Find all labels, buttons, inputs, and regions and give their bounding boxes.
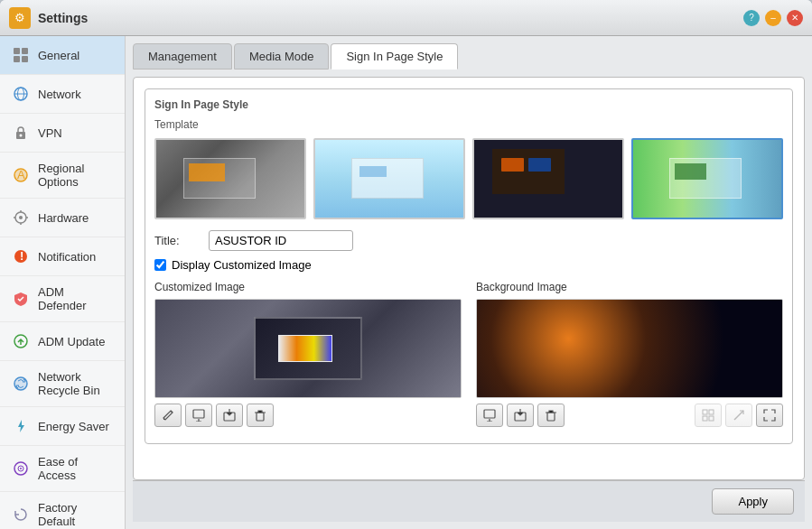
- background-image-preview: [476, 299, 783, 398]
- svg-rect-2: [14, 56, 20, 62]
- hardware-icon: [11, 208, 31, 227]
- svg-rect-38: [703, 416, 707, 421]
- settings-window: ⚙ Settings ? – ✕ General Network: [0, 0, 812, 529]
- tab-sign-in-page-style[interactable]: Sign In Page Style: [331, 43, 458, 70]
- tab-management[interactable]: Management: [133, 43, 232, 70]
- sign-in-page-style-box: Sign In Page Style Template: [145, 88, 793, 444]
- display-customized-label: Display Customized Image: [172, 258, 312, 272]
- bg-export-button[interactable]: [476, 404, 503, 427]
- export-button[interactable]: [185, 404, 212, 427]
- regional-icon: A: [11, 165, 31, 185]
- bg-fit-button[interactable]: [756, 404, 783, 427]
- sidebar-label-hardware: Hardware: [38, 211, 89, 225]
- svg-rect-3: [22, 56, 28, 62]
- sidebar-label-notification: Notification: [38, 250, 96, 264]
- svg-rect-30: [193, 410, 204, 418]
- sidebar-item-hardware[interactable]: Hardware: [0, 199, 125, 237]
- template-thumb-1[interactable]: [154, 138, 306, 219]
- svg-rect-33: [484, 410, 495, 418]
- sidebar-label-regional: Regional Options: [38, 162, 114, 189]
- adm-update-icon: [11, 331, 31, 351]
- customized-image-label: Customized Image: [154, 281, 462, 293]
- title-input[interactable]: [209, 230, 353, 251]
- apply-button[interactable]: Apply: [712, 488, 794, 515]
- general-icon: [11, 45, 31, 65]
- customized-image-toolbar: [154, 404, 462, 427]
- background-image-toolbar: [476, 404, 783, 427]
- background-image-block: Background Image: [476, 281, 783, 427]
- bg-import-button[interactable]: [507, 404, 534, 427]
- svg-rect-36: [703, 410, 707, 414]
- svg-text:!: !: [20, 249, 23, 263]
- sidebar-label-factory: Factory Default: [38, 501, 114, 528]
- svg-rect-37: [709, 410, 714, 414]
- title-field-label: Title:: [154, 234, 209, 247]
- svg-point-25: [20, 468, 22, 469]
- section-title: Sign In Page Style: [154, 98, 783, 111]
- sidebar-item-adm-defender[interactable]: ADM Defender: [0, 276, 125, 322]
- window-title: Settings: [38, 11, 743, 25]
- sidebar: General Network VPN A Regional Options: [0, 36, 126, 529]
- adm-defender-icon: [11, 289, 31, 309]
- title-bar: ⚙ Settings ? – ✕: [0, 0, 812, 36]
- sidebar-item-general[interactable]: General: [0, 36, 125, 75]
- sidebar-label-adm-update: ADM Update: [38, 335, 105, 348]
- sidebar-label-ease: Ease of Access: [38, 455, 114, 482]
- title-row: Title:: [154, 230, 783, 251]
- svg-rect-1: [22, 48, 28, 54]
- customized-image-block: Customized Image: [154, 281, 462, 427]
- display-customized-row: Display Customized Image: [154, 258, 783, 272]
- svg-rect-32: [257, 413, 264, 421]
- display-customized-checkbox[interactable]: [154, 259, 166, 271]
- tab-bar: Management Media Mode Sign In Page Style: [133, 43, 805, 70]
- sidebar-item-adm-update[interactable]: ADM Update: [0, 322, 125, 361]
- template-thumb-3[interactable]: [472, 138, 624, 219]
- image-section: Customized Image: [154, 281, 783, 427]
- minimize-button[interactable]: –: [765, 10, 781, 26]
- window-controls: ? – ✕: [743, 10, 803, 26]
- svg-point-13: [19, 216, 23, 219]
- app-icon: ⚙: [9, 7, 31, 29]
- help-button[interactable]: ?: [743, 10, 760, 26]
- sidebar-label-energy: Energy Saver: [38, 420, 109, 433]
- sidebar-item-energy[interactable]: Energy Saver: [0, 407, 125, 446]
- template-thumb-4[interactable]: [631, 138, 783, 219]
- bottom-bar: Apply: [133, 480, 805, 522]
- sidebar-label-recycle: Network Recycle Bin: [38, 370, 114, 397]
- template-row: [154, 138, 783, 219]
- background-image-label: Background Image: [476, 281, 783, 293]
- vpn-icon: [11, 123, 31, 143]
- template-label: Template: [154, 118, 783, 131]
- edit-button[interactable]: [154, 404, 182, 427]
- main-panel: Management Media Mode Sign In Page Style…: [126, 36, 812, 529]
- delete-button[interactable]: [247, 404, 274, 427]
- sidebar-item-factory[interactable]: Factory Default: [0, 492, 125, 529]
- panel-content: Sign In Page Style Template: [133, 77, 805, 480]
- bg-delete-button[interactable]: [537, 404, 565, 427]
- bg-grid-button[interactable]: [695, 404, 722, 427]
- sidebar-label-vpn: VPN: [38, 126, 62, 140]
- sidebar-item-network-recycle[interactable]: Network Recycle Bin: [0, 361, 125, 407]
- svg-point-8: [20, 135, 23, 137]
- sidebar-item-vpn[interactable]: VPN: [0, 114, 125, 153]
- bg-scale-button[interactable]: [725, 404, 752, 427]
- svg-text:A: A: [17, 168, 25, 181]
- svg-rect-39: [709, 416, 714, 421]
- content-area: General Network VPN A Regional Options: [0, 36, 812, 529]
- close-button[interactable]: ✕: [787, 10, 803, 26]
- sidebar-item-network[interactable]: Network: [0, 75, 125, 114]
- factory-icon: [11, 505, 31, 524]
- sidebar-label-network: Network: [38, 88, 81, 101]
- sidebar-item-notification[interactable]: ! Notification: [0, 237, 125, 276]
- svg-rect-0: [14, 48, 20, 54]
- customized-image-preview: [154, 299, 462, 398]
- sidebar-item-regional[interactable]: A Regional Options: [0, 153, 125, 199]
- recycle-icon: [11, 374, 31, 394]
- import-button[interactable]: [216, 404, 243, 427]
- svg-rect-35: [547, 413, 555, 421]
- tab-media-mode[interactable]: Media Mode: [234, 43, 330, 70]
- sidebar-label-adm-defender: ADM Defender: [38, 285, 114, 312]
- sidebar-item-ease[interactable]: Ease of Access: [0, 446, 125, 492]
- energy-icon: [11, 416, 31, 436]
- template-thumb-2[interactable]: [313, 138, 465, 219]
